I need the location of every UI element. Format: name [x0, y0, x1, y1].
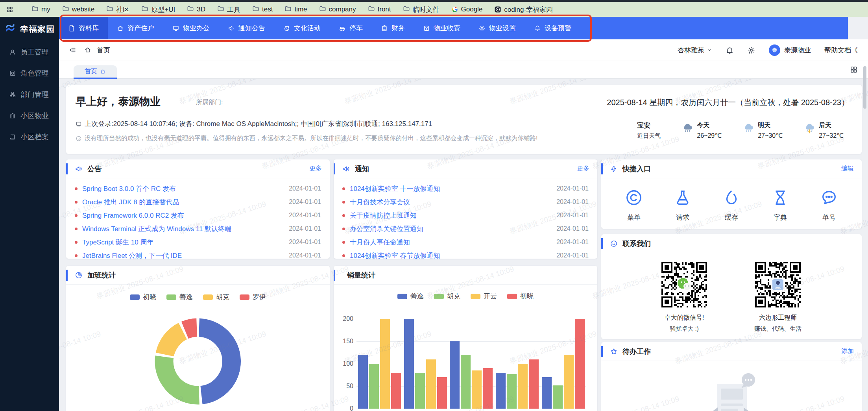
bar-初晓[interactable]	[575, 319, 585, 409]
bar-胡克[interactable]	[461, 355, 471, 409]
bookmark-folder[interactable]: 临时文件	[397, 5, 445, 14]
legend-item[interactable]: 善逸	[166, 293, 193, 302]
bar-初晓[interactable]	[437, 377, 447, 409]
scrollbar-thumb[interactable]	[863, 66, 866, 109]
sidebar-item-org[interactable]: 部门管理	[0, 84, 59, 105]
bar-胡克[interactable]	[369, 364, 379, 409]
notice-row[interactable]: 1024创新实验室 十一放假通知2024-01-01	[334, 182, 597, 195]
notice-row[interactable]: 十月份人事任命通知2024-01-01	[334, 235, 597, 249]
bar-善逸[interactable]	[542, 377, 552, 409]
quick-entry-flask[interactable]: 请求	[674, 189, 692, 222]
nav-item-alarm[interactable]: 设备预警	[525, 17, 580, 39]
donut-segment-罗伊[interactable]	[185, 328, 197, 330]
bar-开云[interactable]	[380, 319, 390, 409]
announcement-row[interactable]: Windows Terminal 正式成为 Windows 11 默认终端202…	[66, 222, 330, 235]
community-selector[interactable]: 杏林雅苑	[678, 46, 712, 55]
bar-善逸[interactable]	[496, 373, 506, 409]
donut-segment-胡克[interactable]	[165, 331, 183, 354]
item-link[interactable]: 十月份技术分享会议	[350, 198, 556, 207]
notice-row[interactable]: 1024创新实验室 春节放假通知2024-01-01	[334, 249, 597, 259]
bell-icon[interactable]	[726, 46, 734, 54]
item-link[interactable]: JetBrains Fleet 公测，下一代 IDE	[82, 251, 289, 259]
donut-segment-善逸[interactable]	[164, 357, 199, 395]
bookmark-folder[interactable]: company	[313, 5, 362, 14]
legend-item[interactable]: 胡克	[203, 293, 229, 302]
bookmark-google[interactable]: Google	[445, 6, 489, 13]
announcement-row[interactable]: TypeScript 诞生 10 周年2024-01-01	[66, 235, 330, 249]
bar-善逸[interactable]	[404, 319, 414, 409]
bar-胡克[interactable]	[553, 385, 563, 409]
bookmark-folder[interactable]: front	[362, 5, 397, 14]
nav-item-fee[interactable]: 物业收费	[414, 17, 469, 39]
bookmark-coding[interactable]: coding-幸福家园	[488, 5, 559, 14]
quick-entry-copyright[interactable]: 菜单	[625, 189, 643, 222]
sidebar-item-bank[interactable]: 小区物业	[0, 105, 59, 126]
item-link[interactable]: 办公室消杀关键位置通知	[350, 224, 556, 233]
item-link[interactable]: 1024创新实验室 十一放假通知	[350, 184, 556, 193]
bar-初晓[interactable]	[529, 359, 539, 409]
announcement-row[interactable]: JetBrains Fleet 公测，下一代 IDE2024-01-01	[66, 249, 330, 259]
bookmark-folder[interactable]: my	[26, 5, 56, 14]
quick-entry-hourglass[interactable]: 字典	[771, 189, 789, 222]
nav-item-megaphone[interactable]: 通知公告	[219, 17, 274, 39]
item-link[interactable]: Windows Terminal 正式成为 Windows 11 默认终端	[82, 224, 289, 233]
bar-开云[interactable]	[426, 359, 436, 409]
legend-item[interactable]: 善逸	[397, 292, 424, 301]
bar-善逸[interactable]	[358, 355, 368, 409]
bookmark-folder[interactable]: test	[246, 5, 279, 14]
bar-初晓[interactable]	[391, 373, 401, 409]
bookmark-folder[interactable]: 工具	[211, 5, 246, 14]
announcement-row[interactable]: Oracle 推出 JDK 8 的直接替代品2024-01-01	[66, 195, 330, 209]
bookmark-folder[interactable]: 3D	[181, 5, 211, 14]
donut-segment-初晓[interactable]	[199, 328, 231, 395]
notice-row[interactable]: 关于疫情防控上班通知2024-01-01	[334, 209, 597, 222]
sidebar-item-role[interactable]: 角色管理	[0, 63, 59, 84]
announcement-row[interactable]: Spring Boot 3.0.0 首个 RC 发布2024-01-01	[66, 182, 330, 195]
legend-item[interactable]: 胡克	[434, 292, 460, 301]
layout-grid-icon[interactable]	[850, 66, 858, 75]
nav-item-car[interactable]: 停车	[330, 17, 372, 39]
sidebar-item-user[interactable]: 员工管理	[0, 41, 59, 63]
announcements-more-link[interactable]: 更多	[309, 165, 322, 173]
apps-grid-icon[interactable]	[6, 6, 13, 13]
bar-开云[interactable]	[564, 355, 574, 409]
notices-more-link[interactable]: 更多	[577, 165, 589, 173]
legend-item[interactable]: 开云	[471, 292, 497, 301]
nav-item-clipboard[interactable]: 财务	[372, 17, 414, 39]
quick-entry-flame[interactable]: 缓存	[722, 189, 741, 222]
legend-item[interactable]: 罗伊	[240, 293, 266, 302]
tab-home[interactable]: 首页	[74, 65, 117, 79]
legend-item[interactable]: 初晓	[507, 292, 534, 301]
bar-胡克[interactable]	[507, 374, 517, 409]
announcement-row[interactable]: Spring Framework 6.0.0 RC2 发布2024-01-01	[66, 209, 330, 222]
item-link[interactable]: Spring Framework 6.0.0 RC2 发布	[82, 211, 289, 220]
sidebar-collapse-icon[interactable]	[69, 46, 76, 54]
item-link[interactable]: Spring Boot 3.0.0 首个 RC 发布	[82, 184, 289, 193]
nav-item-home[interactable]: 资产住户	[108, 17, 163, 39]
bar-胡克[interactable]	[415, 373, 425, 409]
item-link[interactable]: 十月份人事任命通知	[350, 238, 556, 247]
bar-善逸[interactable]	[450, 341, 460, 409]
gear-icon[interactable]	[747, 46, 755, 54]
nav-item-monitor[interactable]: 物业办公	[163, 17, 219, 39]
notice-row[interactable]: 办公室消杀关键位置通知2024-01-01	[334, 222, 597, 235]
home-icon[interactable]	[84, 46, 91, 54]
sidebar-item-archive[interactable]: 小区档案	[0, 126, 59, 148]
help-docs-link[interactable]: 帮助文档《	[824, 46, 858, 55]
legend-item[interactable]: 初晓	[130, 293, 156, 302]
bar-初晓[interactable]	[483, 368, 493, 409]
user-menu[interactable]: 泰 泰源物业	[769, 44, 811, 56]
bookmark-folder[interactable]: website	[56, 5, 101, 14]
notice-row[interactable]: 十月份技术分享会议2024-01-01	[334, 195, 597, 209]
item-link[interactable]: Oracle 推出 JDK 8 的直接替代品	[82, 198, 289, 207]
quick-entry-edit-link[interactable]: 编辑	[841, 165, 854, 173]
item-link[interactable]: 关于疫情防控上班通知	[350, 211, 556, 220]
bar-开云[interactable]	[472, 370, 482, 409]
item-link[interactable]: TypeScript 诞生 10 周年	[82, 238, 289, 247]
item-link[interactable]: 1024创新实验室 春节放假通知	[350, 251, 556, 259]
breadcrumb[interactable]: 首页	[97, 46, 110, 55]
bar-开云[interactable]	[518, 364, 528, 409]
todo-add-link[interactable]: 添加	[841, 347, 854, 355]
nav-item-activity[interactable]: 文化活动	[274, 17, 330, 39]
bookmark-folder[interactable]: 原型+UI	[135, 5, 181, 14]
